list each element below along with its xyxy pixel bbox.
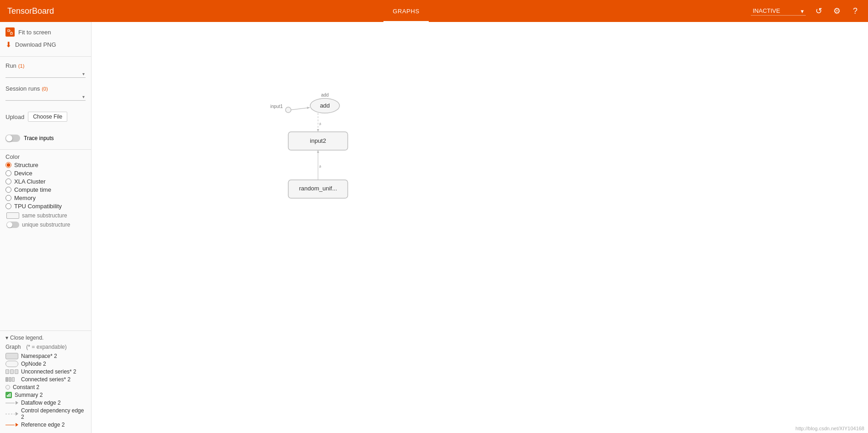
run-label-row: Run (1) — [5, 62, 86, 69]
colors-unique-thumb — [7, 222, 12, 227]
unconnected-series-icon — [5, 368, 18, 375]
color-memory-radio[interactable] — [5, 195, 11, 201]
trace-row: Trace inputs — [5, 135, 86, 142]
divider-1 — [0, 56, 91, 57]
legend: ▾ Close legend. Graph (* = expandable) N… — [0, 330, 91, 433]
upload-label: Upload — [5, 114, 24, 120]
conn-box-1 — [5, 377, 8, 382]
colors-unique-label: unique substructure — [22, 222, 70, 228]
legend-item-connected-series: Connected series* 2 — [5, 376, 86, 383]
app-brand: TensorBoard — [0, 6, 61, 16]
legend-control-dep-label: Control dependency edge 2 — [21, 407, 86, 420]
color-section: Color Structure Device XLA Cluster Compu… — [0, 152, 91, 233]
edge-label-1: ᵦ — [319, 121, 321, 126]
download-png-button[interactable]: ⬇ Download PNG — [5, 38, 86, 51]
svg-rect-0 — [8, 30, 10, 32]
color-tpu-radio[interactable] — [5, 203, 11, 209]
run-dropdown[interactable]: INACTIVE — [751, 6, 806, 16]
run-select[interactable] — [5, 69, 86, 78]
color-compute-radio[interactable] — [5, 187, 11, 193]
svg-rect-1 — [11, 32, 12, 34]
colors-unique-toggle[interactable] — [6, 222, 19, 228]
color-structure-option[interactable]: Structure — [5, 162, 86, 168]
main-canvas[interactable]: add add input1 input2 ᵦ random_unif... ᵦ — [92, 22, 868, 433]
colors-same-row: same substructure — [5, 212, 86, 219]
upload-section: Upload Choose File — [0, 104, 91, 129]
control-dep-icon — [5, 412, 18, 416]
session-section: Session runs (0) — [0, 81, 91, 104]
fit-to-screen-button[interactable]: Fit to screen — [5, 26, 86, 38]
color-structure-radio[interactable] — [5, 162, 11, 168]
graph-svg[interactable]: add add input1 input2 ᵦ random_unif... ᵦ — [92, 22, 868, 433]
run-selector: INACTIVE — [751, 6, 813, 16]
run-section: Run (1) — [0, 59, 91, 81]
reference-arrowhead — [16, 423, 18, 427]
legend-dataflow-label: Dataflow edge 2 — [21, 400, 61, 406]
colors-same-box — [6, 212, 19, 219]
legend-title-row: Graph (* = expandable) — [5, 344, 86, 350]
legend-item-summary: Summary 2 — [5, 392, 86, 398]
run-label: Run — [5, 62, 16, 69]
input1-label-text: input1 — [270, 104, 283, 109]
color-memory-label: Memory — [14, 195, 36, 201]
run-select-wrapper — [5, 69, 86, 78]
upload-row: Upload Choose File — [5, 112, 86, 122]
summary-icon — [5, 392, 12, 398]
colors-same-indicator — [6, 212, 19, 219]
svg-rect-4 — [7, 395, 8, 397]
random-unif-label: random_unif... — [299, 185, 337, 192]
svg-rect-6 — [10, 393, 11, 397]
sidebar-actions: Fit to screen ⬇ Download PNG — [0, 22, 91, 54]
legend-toggle[interactable]: ▾ Close legend. — [5, 335, 86, 341]
tab-graphs[interactable]: GRAPHS — [383, 0, 429, 22]
trace-toggle[interactable] — [5, 135, 20, 142]
connected-series-icon — [5, 376, 18, 383]
color-tpu-option[interactable]: TPU Compatibility — [5, 203, 86, 210]
top-icons: ↺ ⚙ ? — [813, 5, 868, 16]
dataflow-edge-icon — [5, 401, 18, 405]
dataflow-arrowhead — [16, 401, 18, 405]
download-icon: ⬇ — [5, 40, 11, 49]
legend-toggle-label: Close legend. — [10, 335, 43, 341]
color-options: Structure Device XLA Cluster Compute tim… — [5, 162, 86, 210]
series-box-2 — [10, 369, 14, 374]
topbar: TensorBoard GRAPHS INACTIVE ↺ ⚙ ? — [0, 0, 868, 22]
legend-graph-label: Graph — [5, 344, 21, 350]
color-compute-option[interactable]: Compute time — [5, 186, 86, 193]
add-label: add — [320, 102, 330, 109]
input2-label: input2 — [310, 137, 326, 144]
color-device-option[interactable]: Device — [5, 170, 86, 177]
download-png-label: Download PNG — [15, 41, 56, 48]
legend-item-constant: Constant 2 — [5, 384, 86, 390]
session-select[interactable] — [5, 92, 86, 101]
settings-icon[interactable]: ⚙ — [831, 5, 842, 16]
color-tpu-label: TPU Compatibility — [14, 203, 62, 210]
input1-to-add-edge — [291, 108, 310, 110]
opnode-icon — [5, 361, 18, 367]
color-memory-option[interactable]: Memory — [5, 195, 86, 201]
color-device-radio[interactable] — [5, 170, 11, 176]
color-xla-radio[interactable] — [5, 179, 11, 184]
legend-unconnected-label: Unconnected series* 2 — [21, 368, 76, 375]
session-runs-label: Session runs — [5, 85, 40, 92]
trace-section: Trace inputs — [0, 129, 91, 147]
color-label: Color — [5, 153, 20, 160]
choose-file-button[interactable]: Choose File — [28, 112, 67, 122]
help-icon[interactable]: ? — [850, 5, 861, 16]
session-select-wrapper — [5, 92, 86, 101]
add-title: add — [321, 92, 329, 97]
sidebar: Fit to screen ⬇ Download PNG Run (1) Ses… — [0, 22, 92, 433]
legend-connected-label: Connected series* 2 — [21, 376, 70, 383]
legend-item-namespace: Namespace* 2 — [5, 353, 86, 359]
refresh-icon[interactable]: ↺ — [813, 5, 824, 16]
color-xla-option[interactable]: XLA Cluster — [5, 178, 86, 185]
graph-area[interactable]: add add input1 input2 ᵦ random_unif... ᵦ — [92, 22, 868, 433]
legend-opnode-label: OpNode 2 — [21, 361, 46, 367]
legend-item-dataflow: Dataflow edge 2 — [5, 400, 86, 406]
legend-summary-label: Summary 2 — [15, 392, 43, 398]
color-compute-label: Compute time — [14, 186, 51, 193]
input1-pin[interactable] — [286, 107, 291, 113]
namespace-icon — [5, 353, 18, 359]
session-runs-count: (0) — [42, 86, 48, 92]
color-xla-label: XLA Cluster — [14, 178, 46, 185]
